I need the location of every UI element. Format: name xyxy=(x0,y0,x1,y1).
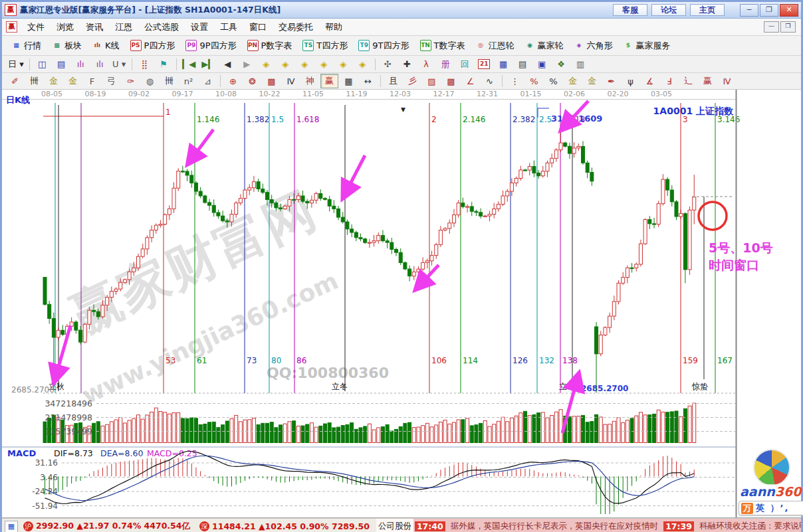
9t-square-button[interactable]: T99T四方形 xyxy=(353,40,414,52)
ime-mode-icon[interactable]: 万 xyxy=(741,503,753,514)
comb2-tool[interactable]: 卌 xyxy=(160,74,178,88)
gold-ratio-tool[interactable]: 金 xyxy=(45,74,62,88)
gold-ratio2-tool[interactable]: 金 xyxy=(64,74,82,88)
nav-first-icon[interactable]: ▎◀ xyxy=(180,57,198,72)
t-table-button[interactable]: TNT数字表 xyxy=(415,40,471,52)
flask-dropdown[interactable]: U ▾ xyxy=(110,57,128,72)
web-square-tool[interactable]: ▩ xyxy=(263,74,281,88)
spiral-tool[interactable]: 弓 xyxy=(102,74,120,88)
kline-button[interactable]: ılıK线 xyxy=(87,40,125,52)
gann-wheel-button[interactable]: ◎江恩轮 xyxy=(470,40,519,52)
menu-formula-stockpick[interactable]: 公式选股 xyxy=(138,20,185,35)
rays-tool[interactable]: 彡 xyxy=(403,74,421,88)
p-square-button[interactable]: PSP四方形 xyxy=(125,40,181,52)
gann-square-left-icon[interactable]: ◈ xyxy=(257,57,275,72)
angle-tool[interactable]: ∠ xyxy=(461,74,479,88)
gann-square-v-icon[interactable]: ◈ xyxy=(315,57,333,72)
menu-browse[interactable]: 浏览 xyxy=(51,20,80,35)
number-grid-tool[interactable]: ▦ xyxy=(340,74,358,88)
box-tool[interactable]: 且 xyxy=(384,74,402,88)
shade-square-tool[interactable]: ▨ xyxy=(423,74,441,88)
fib-f-tool[interactable]: F xyxy=(83,74,101,88)
web-tool[interactable]: ❂ xyxy=(243,74,261,88)
homepage-button[interactable]: 主页 xyxy=(690,4,725,16)
calendar-icon[interactable]: 21 xyxy=(475,57,493,72)
news-ticker[interactable]: 公司股份17:40据外媒，英国央行行长卡尼表示，英国央行在应对疫情时17:39科… xyxy=(376,519,801,532)
menu-gann[interactable]: 江恩 xyxy=(109,20,138,35)
restore-button[interactable]: ❐ xyxy=(760,4,778,17)
remote-pc-icon[interactable]: ▥ xyxy=(572,57,590,72)
support-button[interactable]: 客服 xyxy=(613,4,647,16)
compass-tool[interactable]: ⊕ xyxy=(224,74,242,88)
winner-service-button[interactable]: $赢家服务 xyxy=(618,40,675,52)
shen-tool[interactable]: 神 xyxy=(301,74,319,88)
menu-news[interactable]: 资讯 xyxy=(80,20,109,35)
chart-9-icon[interactable]: ılı xyxy=(91,57,109,72)
pattern-icon[interactable]: ⣿ xyxy=(136,57,154,72)
speed-line-tool[interactable]: 辶 xyxy=(679,74,697,88)
gold-line-tool[interactable]: 金 xyxy=(583,74,601,88)
chart-3-icon[interactable]: ılı xyxy=(72,57,90,72)
sectors-button[interactable]: ▩板块 xyxy=(47,40,87,52)
gann-square-all-icon[interactable]: ◈ xyxy=(334,57,352,72)
menu-window[interactable]: 窗口 xyxy=(243,20,273,35)
p-table-button[interactable]: PNP数字表 xyxy=(242,40,298,52)
hexagon-button[interactable]: ◈六角形 xyxy=(568,40,618,52)
quote-list-icon[interactable]: ▤ xyxy=(53,57,70,72)
triangle-tool[interactable]: ⊿ xyxy=(199,74,217,88)
quotes-button[interactable]: ▦行情 xyxy=(6,40,47,52)
fib-fan-tool[interactable]: Ⅎ xyxy=(660,74,678,88)
n2-tool[interactable]: n² xyxy=(179,74,197,88)
info-box-icon[interactable]: 册 xyxy=(437,57,455,72)
pencil-tool[interactable]: ✐ xyxy=(6,74,24,88)
kline-chart-canvas[interactable]: 赢家财富网www.yingjia360.comQQ:10080036008-05… xyxy=(2,90,803,518)
ying-tool[interactable]: 赢 xyxy=(320,74,338,88)
gann-square-right-icon[interactable]: ◈ xyxy=(277,57,294,72)
mdi-minimize-button[interactable]: — xyxy=(764,21,779,33)
gann-angle-tool[interactable]: ∡ xyxy=(641,74,659,88)
input-method-bar[interactable]: 万 英 ）’, xyxy=(739,501,803,515)
forum-button[interactable]: 论坛 xyxy=(651,4,686,16)
winner-wheel-button[interactable]: ◉赢家轮 xyxy=(519,40,568,52)
percent-line-tool[interactable]: % xyxy=(525,74,543,88)
ink-tool[interactable]: ✒ xyxy=(602,74,620,88)
menu-settings[interactable]: 设置 xyxy=(185,20,214,35)
menu-tools[interactable]: 工具 xyxy=(214,20,243,35)
percent2-tool[interactable]: % xyxy=(544,74,562,88)
minimize-button[interactable]: ─ xyxy=(740,4,758,17)
angle-measure-icon[interactable]: λ xyxy=(417,57,435,72)
brush-tool[interactable]: ✑ xyxy=(122,74,140,88)
crosshair-icon[interactable]: ✚ xyxy=(398,57,416,72)
pan-hand-icon[interactable]: ✣ xyxy=(379,57,397,72)
comb-tool[interactable]: 卌 xyxy=(25,74,43,88)
circle-grid-tool[interactable]: ◍ xyxy=(141,74,159,88)
calculator-icon[interactable]: ▦ xyxy=(495,57,513,72)
menu-trade[interactable]: 交易委托 xyxy=(273,20,319,35)
menu-file[interactable]: 文件 xyxy=(21,20,51,35)
t-square-button[interactable]: TST四方形 xyxy=(297,40,353,52)
period-day-dropdown[interactable]: 日 ▾ xyxy=(6,57,26,72)
nav-last-icon[interactable]: ▶▎ xyxy=(199,57,217,72)
close-button[interactable]: ✕ xyxy=(780,4,798,17)
gold-circle-tool[interactable]: 金 xyxy=(564,74,582,88)
bars-tool[interactable]: ⋮ xyxy=(506,74,524,88)
window-icon[interactable]: ◫ xyxy=(33,57,51,72)
iv-angle-tool[interactable]: Ⅳ xyxy=(718,74,736,88)
nav-prev-icon[interactable]: ◀ xyxy=(219,57,237,72)
9p-square-button[interactable]: P99P四方形 xyxy=(180,40,241,52)
width-tool[interactable]: ↔ xyxy=(359,74,377,88)
save-icon[interactable]: ▣ xyxy=(533,57,551,72)
export-icon[interactable]: ❖ xyxy=(552,57,570,72)
mdi-restore-button[interactable]: ❐ xyxy=(780,21,796,33)
quote-grid-icon[interactable]: ▦ xyxy=(5,521,18,532)
grid-square-tool[interactable]: ▩ xyxy=(442,74,460,88)
wave-tool[interactable]: ∿ xyxy=(481,74,499,88)
nav-next-icon[interactable]: ▶ xyxy=(238,57,256,72)
ying-fan-tool[interactable]: 赢 xyxy=(699,74,717,88)
cycle-box-icon[interactable]: 回 xyxy=(456,57,474,72)
notes-icon[interactable]: ▤ xyxy=(514,57,532,72)
gann-square-grid-icon[interactable]: ◈ xyxy=(354,57,372,72)
fork-tool[interactable]: ψ xyxy=(622,74,639,88)
ime-options[interactable]: 英 ）’, xyxy=(756,502,789,514)
menu-help[interactable]: 帮助 xyxy=(319,20,348,35)
